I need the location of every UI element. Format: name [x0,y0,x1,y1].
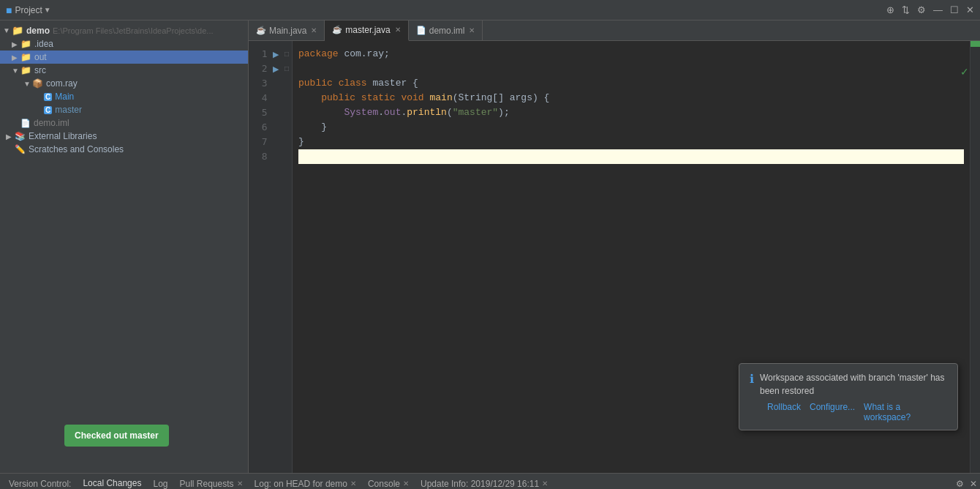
comray-arrow: ▼ [23,80,31,88]
tab-main-java[interactable]: ☕ Main.java ✕ [249,20,325,41]
code-text: System.out.println("master"); [298,105,510,120]
tab-demo-iml[interactable]: 📄 demo.iml ✕ [409,20,483,41]
tree-root[interactable]: ▼ 📁 demo E:\Program Files\JetBrains\Idea… [0,23,248,37]
tab-log-head-close[interactable]: ✕ [350,479,356,488]
tab-main-close[interactable]: ✕ [311,26,317,34]
code-text: } [298,120,327,135]
scratches-icon: ✏️ [15,144,26,154]
extlibs-icon: 📚 [15,131,26,141]
info-icon: ℹ [750,372,754,386]
main-java-icon: ☕ [256,26,266,35]
code-line-4: public static void main(String[] args) { [298,91,964,105]
tab-local-changes-label: Local Changes [83,478,141,488]
tab-pull-close[interactable]: ✕ [237,479,243,488]
src-icon: 📁 [20,65,31,75]
tab-local-changes[interactable]: Local Changes [77,474,147,490]
notif-workspace-info[interactable]: What is a workspace? [864,402,947,422]
close-icon[interactable]: ✕ [966,4,974,15]
fold-col: □ □ [282,41,292,473]
tab-bar: ☕ Main.java ✕ ☕ master.java ✕ 📄 demo.iml… [249,20,980,41]
green-checkmark: ✓ [960,66,969,78]
tree-item-src[interactable]: ▼ 📁 src [0,64,248,77]
tab-update-label: Update Info: 2019/12/29 16:11 [421,479,539,489]
idea-icon: 📁 [20,39,31,49]
file-tree: ▼ 📁 demo E:\Program Files\JetBrains\Idea… [0,20,248,473]
demoiml-icon: 📄 [20,119,31,128]
code-text: public class master { [298,76,418,91]
nav-icon-split[interactable]: ⇅ [902,4,910,15]
tab-vc-label: Version Control: [3,474,77,490]
code-text: public static void main(String[] args) { [298,91,549,105]
bottom-tab-bar: Version Control: Local Changes Log Pull … [0,474,980,489]
root-folder-icon: 📁 [12,25,23,36]
right-gutter [970,41,980,473]
tab-master-java[interactable]: ☕ master.java ✕ [325,20,408,41]
tree-item-main[interactable]: C Main [0,90,248,103]
title-controls: ⊕ ⇅ ⚙ — ☐ ✕ [886,4,974,15]
code-line-2 [298,61,964,76]
tab-master-close[interactable]: ✕ [395,26,401,34]
settings-icon[interactable]: ⚙ [917,4,926,15]
bottom-settings-icon[interactable]: ⚙ [956,479,964,489]
scratches-label: Scratches and Consoles [29,144,124,154]
notif-rollback[interactable]: Rollback [767,402,801,422]
tab-pull-requests[interactable]: Pull Requests ✕ [173,474,248,490]
src-label: src [34,65,46,75]
master-label: master [55,105,82,115]
out-label: out [34,52,47,62]
idea-arrow: ▶ [12,40,19,48]
tree-item-idea[interactable]: ▶ 📁 .idea [0,37,248,51]
checkout-label: Checked out master [75,430,159,441]
code-line-6: } [298,120,964,135]
tab-console-close[interactable]: ✕ [403,479,409,488]
nav-icon-globe[interactable]: ⊕ [886,4,894,15]
tab-update-info[interactable]: Update Info: 2019/12/29 16:11 ✕ [415,474,554,490]
root-path: E:\Program Files\JetBrains\IdeaProjects\… [53,26,213,35]
tab-log[interactable]: Log [147,474,173,490]
root-arrow: ▼ [3,26,10,34]
extlibs-arrow: ▶ [6,132,13,141]
maximize-icon[interactable]: ☐ [950,4,959,15]
tree-item-master[interactable]: C master [0,103,248,116]
tab-log-head[interactable]: Log: on HEAD for demo ✕ [249,474,362,490]
code-line-8 [298,149,964,164]
tab-update-close[interactable]: ✕ [542,479,548,488]
checkout-tooltip: Checked out master [64,425,169,447]
tree-item-scratches[interactable]: ✏️ Scratches and Consoles [0,143,248,156]
master-java-icon: ☕ [332,25,342,34]
root-name: demo [26,26,50,36]
arrow-col: ▶▶ [271,41,282,473]
tab-pull-label: Pull Requests [179,479,233,489]
notif-configure[interactable]: Configure... [810,402,855,422]
tree-item-out[interactable]: ▶ 📁 out [0,51,248,64]
tab-demo-close[interactable]: ✕ [469,26,475,34]
tab-demo-label: demo.iml [429,26,465,36]
out-arrow: ▶ [12,53,19,61]
minimize-icon[interactable]: — [933,4,943,15]
tab-console[interactable]: Console ✕ [362,474,415,490]
project-icon: ■ [6,4,12,16]
code-text: package com.ray; [298,47,390,61]
project-label[interactable]: Project [15,5,42,15]
out-icon: 📁 [20,52,31,62]
code-line-7: } [298,135,964,149]
project-dropdown-icon[interactable]: ▼ [44,6,51,14]
title-bar: ■ Project ▼ ⊕ ⇅ ⚙ — ☐ ✕ [0,0,980,20]
code-text: } [298,135,304,149]
notification-popup: ℹ Workspace associated with branch 'mast… [739,363,958,430]
src-arrow: ▼ [12,67,19,75]
line-numbers: 12345678 [249,41,271,473]
tab-main-label: Main.java [269,26,306,36]
bottom-panel: Version Control: Local Changes Log Pull … [0,473,980,489]
notif-actions: Rollback Configure... What is a workspac… [750,402,947,422]
notif-text: Workspace associated with branch 'master… [760,371,947,397]
sidebar: ▼ 📁 demo E:\Program Files\JetBrains\Idea… [0,20,249,473]
tree-item-comray[interactable]: ▼ 📦 com.ray [0,77,248,90]
tree-item-demoiml[interactable]: 📄 demo.iml [0,116,248,130]
tree-item-extlibs[interactable]: ▶ 📚 External Libraries [0,130,248,143]
code-gutter-left: 12345678 ▶▶ □ □ [249,41,293,473]
tab-console-label: Console [368,479,400,489]
idea-label: .idea [34,39,53,49]
notif-content: ℹ Workspace associated with branch 'mast… [750,371,947,397]
bottom-close-icon[interactable]: ✕ [970,479,977,489]
